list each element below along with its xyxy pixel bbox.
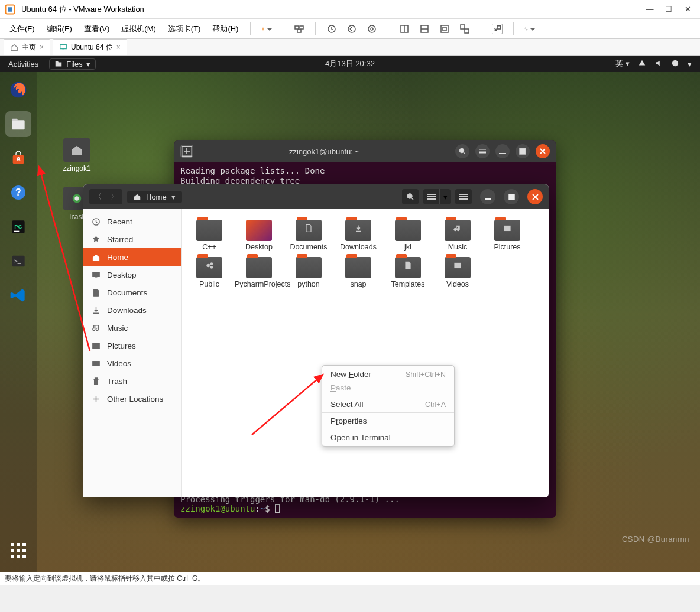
search-icon[interactable] (402, 189, 419, 204)
window-title: Ubuntu 64 位 - VMware Workstation (21, 4, 646, 15)
folder-downloads[interactable]: Downloads (334, 216, 383, 251)
folder-music[interactable]: Music (433, 216, 482, 251)
folder-cpp[interactable]: C++ (185, 216, 234, 251)
pause-icon[interactable] (261, 24, 272, 34)
volume-icon[interactable] (654, 59, 663, 69)
sidebar-item-videos[interactable]: Videos (83, 354, 181, 372)
sidebar-item-music[interactable]: Music (83, 319, 181, 337)
files-window[interactable]: 〈 〉 Home ▾ ▾ Recent Starred Home (83, 184, 549, 497)
svg-point-70 (505, 227, 507, 228)
files-content[interactable]: C++ Desktop Documents Downloads jkl Musi… (182, 209, 549, 497)
dock-vscode[interactable] (5, 282, 31, 308)
maximize-button[interactable]: ☐ (665, 5, 673, 14)
svg-rect-1 (8, 7, 12, 12)
sidebar-item-desktop[interactable]: Desktop (83, 266, 181, 284)
minimize-button[interactable]: — (646, 5, 654, 14)
folder-python[interactable]: python (284, 253, 333, 288)
tab-close-icon[interactable]: × (40, 43, 44, 51)
sidebar-item-documents[interactable]: Documents (83, 284, 181, 301)
tab-home[interactable]: 主页 × (4, 39, 50, 55)
minimize-button[interactable] (495, 144, 510, 158)
dock-pycharm[interactable]: PC (5, 214, 31, 240)
svg-rect-3 (264, 27, 265, 30)
close-button[interactable] (527, 189, 543, 204)
dock-show-apps[interactable] (5, 538, 31, 564)
view-dropdown-icon[interactable]: ▾ (440, 189, 451, 204)
folder-jkl[interactable]: jkl (384, 216, 432, 251)
ctx-properties[interactable]: Properties (322, 414, 454, 428)
chevron-down-icon: ▾ (688, 60, 692, 69)
clock[interactable]: 4月13日 20:32 (325, 58, 375, 69)
view-list-icon[interactable] (423, 189, 440, 204)
folder-snap[interactable]: snap (334, 253, 383, 288)
forward-button[interactable]: 〉 (106, 189, 122, 204)
folder-pictures[interactable]: Pictures (483, 216, 532, 251)
folder-pycharm[interactable]: PycharmProjects (235, 253, 283, 288)
chevron-down-icon: ▾ (86, 60, 90, 69)
sidebar-item-recent[interactable]: Recent (83, 213, 181, 230)
dock-help[interactable]: ? (5, 180, 31, 206)
svg-rect-20 (60, 45, 67, 49)
snapshot-icon[interactable] (326, 24, 337, 34)
close-button[interactable] (536, 144, 550, 158)
folder-templates[interactable]: Templates (384, 253, 432, 288)
dock-software[interactable]: A (5, 145, 31, 171)
tab-close-icon[interactable]: × (116, 43, 121, 51)
send-ctrl-alt-del-icon[interactable] (294, 24, 304, 34)
location-bar[interactable]: Home ▾ (127, 191, 182, 203)
snapshot-manager-icon[interactable] (367, 24, 377, 34)
chevron-down-icon: ▾ (171, 193, 176, 201)
hamburger-icon[interactable] (455, 189, 472, 204)
power-icon[interactable] (671, 59, 679, 69)
menu-tabs[interactable]: 选项卡(T) (163, 21, 206, 37)
dock-firefox[interactable] (5, 77, 31, 103)
view-console-icon[interactable] (419, 24, 430, 34)
ctx-open-terminal[interactable]: Open in Terminal (322, 431, 454, 444)
close-button[interactable]: ✕ (683, 5, 692, 14)
expand-icon[interactable] (524, 24, 535, 34)
folder-desktop[interactable]: Desktop (235, 216, 283, 251)
folder-videos[interactable]: Videos (433, 253, 482, 288)
sidebar-item-pictures[interactable]: Pictures (83, 337, 181, 354)
svg-rect-25 (12, 120, 24, 129)
snapshot-revert-icon[interactable] (346, 24, 357, 34)
menu-view[interactable]: 查看(V) (79, 21, 114, 37)
guest-display[interactable]: Activities Files ▾ 4月13日 20:32 英 ▾ ▾ A ?… (0, 56, 700, 572)
gnome-dock: A ? PC >_ (0, 72, 37, 572)
dock-terminal[interactable]: >_ (5, 248, 31, 274)
view-stretch-icon[interactable] (439, 24, 450, 34)
files-menu[interactable]: Files ▾ (49, 58, 95, 70)
svg-rect-26 (12, 119, 17, 121)
sidebar-item-trash[interactable]: Trash (83, 372, 181, 390)
input-lang[interactable]: 英 ▾ (615, 58, 630, 69)
sidebar-item-starred[interactable]: Starred (83, 230, 181, 248)
maximize-button[interactable] (516, 144, 530, 158)
hamburger-icon[interactable] (475, 144, 490, 158)
menu-vm[interactable]: 虚拟机(M) (116, 21, 161, 37)
ctx-select-all[interactable]: Select AllCtrl+A (322, 398, 454, 411)
tab-ubuntu[interactable]: Ubuntu 64 位 × (53, 39, 127, 55)
menu-help[interactable]: 帮助(H) (208, 21, 243, 37)
new-tab-button[interactable] (180, 145, 193, 158)
maximize-button[interactable] (504, 189, 519, 204)
sidebar-item-home[interactable]: Home (83, 248, 181, 266)
folder-public[interactable]: Public (185, 253, 234, 288)
ctx-new-folder[interactable]: New FolderShift+Ctrl+N (322, 367, 454, 381)
desktop-folder-zzingok1[interactable]: zzingok1 (56, 138, 98, 172)
minimize-button[interactable] (480, 189, 495, 204)
folder-documents[interactable]: Documents (284, 216, 333, 251)
svg-rect-52 (427, 196, 436, 197)
menu-edit[interactable]: 编辑(E) (42, 21, 77, 37)
back-button[interactable]: 〈 (89, 189, 106, 204)
view-single-icon[interactable] (399, 24, 410, 34)
activities-button[interactable]: Activities (8, 60, 38, 69)
dock-files[interactable] (5, 111, 31, 137)
sidebar-item-downloads[interactable]: Downloads (83, 301, 181, 319)
menu-file[interactable]: 文件(F) (5, 21, 40, 37)
enter-fullscreen-icon[interactable] (492, 24, 503, 34)
sidebar-item-other[interactable]: Other Locations (83, 390, 181, 408)
network-icon[interactable] (638, 59, 646, 69)
svg-rect-2 (262, 27, 264, 30)
search-icon[interactable] (455, 144, 469, 158)
view-unity-icon[interactable] (459, 24, 470, 34)
